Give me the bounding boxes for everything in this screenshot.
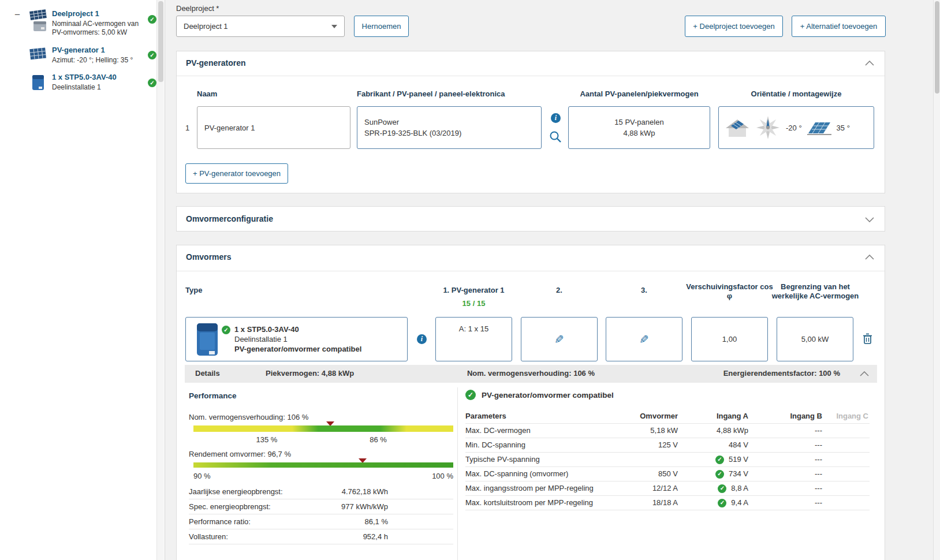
collapse-chevron-up-icon bbox=[860, 371, 869, 376]
valid-check-icon: ✓ bbox=[148, 79, 156, 87]
ac-limit-box[interactable]: 5,00 kW bbox=[777, 317, 853, 361]
stat-row: Vollasturen: 952,4 h bbox=[189, 529, 453, 544]
add-subproject-button[interactable]: + Deelproject toevoegen bbox=[685, 16, 783, 37]
sidebar-item-inverter[interactable]: 1 x STP5.0-3AV-40 Deelinstallatie 1 bbox=[27, 73, 158, 92]
collapse-chevron-up-icon[interactable] bbox=[865, 255, 874, 260]
delete-trash-icon[interactable] bbox=[863, 333, 872, 345]
param-a: 484 V bbox=[729, 438, 748, 452]
sidebar-item-title: 1 x STP5.0-3AV-40 bbox=[52, 73, 158, 81]
col-header-gen1: 1. PV-generator 1 bbox=[435, 286, 512, 294]
param-b: --- bbox=[748, 496, 822, 510]
azimuth-value: -20 ° bbox=[786, 124, 802, 132]
param-omvormer: 5,18 kW bbox=[614, 424, 678, 438]
sidebar-scrollbar[interactable] bbox=[156, 0, 164, 560]
column-divider bbox=[457, 387, 458, 560]
stat-value: 86,1 % bbox=[319, 514, 388, 529]
inverter-config-panel[interactable]: Omvormerconfiguratie bbox=[176, 206, 885, 232]
param-b: --- bbox=[748, 438, 822, 452]
cos-phi-box[interactable]: 1,00 bbox=[691, 317, 768, 361]
param-b: --- bbox=[748, 453, 822, 466]
panel-select-box[interactable]: SunPower SPR-P19-325-BLK (03/2019) bbox=[357, 106, 542, 149]
row-check-icon: ✓ bbox=[715, 470, 724, 479]
performance-title: Performance bbox=[189, 391, 237, 400]
assignment-2-box[interactable]: ✎ bbox=[521, 317, 598, 361]
stat-label: Performance ratio: bbox=[189, 514, 319, 529]
project-tree-sidebar: − Deelproject 1 Nominaal AC-vermogen van… bbox=[0, 0, 165, 560]
collapse-chevron-down-icon[interactable] bbox=[865, 217, 874, 222]
add-alternative-button[interactable]: + Alternatief toevoegen bbox=[792, 16, 886, 37]
parameters-table: Parameters Omvormer Ingang A Ingang B In… bbox=[465, 409, 870, 510]
panel-title: PV-generatoren bbox=[186, 58, 245, 68]
row-check-icon: ✓ bbox=[718, 499, 726, 507]
stat-value: 977 kWh/kWp bbox=[319, 499, 388, 514]
col-omvormer: Omvormer bbox=[614, 409, 678, 423]
col-header-orientation: Oriëntatie / montagewijze bbox=[718, 89, 874, 98]
ratio-bar bbox=[193, 425, 453, 432]
sidebar-item-subtitle: Nominaal AC-vermogen van PV-omvormers: 5… bbox=[52, 20, 144, 37]
rename-button[interactable]: Hernoemen bbox=[354, 16, 409, 37]
tree-collapse-toggle[interactable]: − bbox=[13, 10, 22, 20]
col-header-panel: Fabrikant / PV-paneel / paneel-elektroni… bbox=[357, 89, 505, 98]
efficiency-bar bbox=[193, 462, 453, 468]
deelproject-label: Deelproject * bbox=[176, 4, 219, 13]
tilt-value: 35 ° bbox=[837, 124, 850, 132]
table-row: Max. ingangsstroom per MPP-regeling 12/1… bbox=[465, 481, 870, 496]
compat-status-text: PV-generator/omvormer compatibel bbox=[482, 391, 614, 400]
sidebar-item-subtitle: Azimut: -20 °; Helling: 35 ° bbox=[52, 56, 162, 65]
tilt-icon bbox=[807, 119, 831, 136]
sidebar-item-pv-generator[interactable]: PV-generator 1 Azimut: -20 °; Helling: 3… bbox=[27, 46, 158, 65]
param-label: Max. ingangsstroom per MPP-regeling bbox=[465, 481, 614, 495]
param-b: --- bbox=[748, 467, 822, 481]
assignment-a-value: A: 1 x 15 bbox=[459, 324, 488, 333]
edit-pencil-icon: ✎ bbox=[639, 333, 649, 346]
panel-count: 15 PV-panelen bbox=[614, 117, 663, 128]
inverter-icon bbox=[31, 74, 46, 92]
valid-check-icon: ✓ bbox=[148, 51, 156, 59]
col-header-name: Naam bbox=[197, 89, 217, 98]
sidebar-item-title: Deelproject 1 bbox=[52, 9, 158, 18]
app-window: − Deelproject 1 Nominaal AC-vermogen van… bbox=[0, 0, 940, 560]
valid-check-icon: ✓ bbox=[222, 326, 230, 334]
inverter-type-box[interactable]: ✓ 1 x STP5.0-3AV-40 Deelinstallatie 1 PV… bbox=[185, 317, 408, 361]
panel-count-box[interactable]: 15 PV-panelen 4,88 kWp bbox=[568, 106, 710, 149]
inverter-info-icon[interactable]: i bbox=[417, 334, 427, 344]
panel-search-icon[interactable] bbox=[549, 130, 562, 143]
add-pv-generator-button[interactable]: + PV-generator toevoegen bbox=[185, 163, 288, 184]
stat-label: Spec. energieopbrengst: bbox=[189, 499, 319, 514]
table-row: Max. kortsluitstroom per MPP-regeling 18… bbox=[465, 496, 870, 510]
panel-info-icon[interactable]: i bbox=[551, 113, 561, 123]
generator-name-input[interactable]: PV-generator 1 bbox=[197, 106, 350, 149]
stat-label: Jaarlijkse energieopbrengst: bbox=[189, 484, 319, 499]
deelproject-select[interactable]: Deelproject 1 bbox=[176, 16, 345, 37]
ratio-right-label: 86 % bbox=[357, 435, 399, 444]
subproject-icon bbox=[29, 9, 50, 32]
param-label: Min. DC-spanning bbox=[465, 438, 614, 452]
window-scrollbar[interactable] bbox=[933, 0, 940, 560]
row-index: 1 bbox=[185, 124, 189, 132]
assignment-3-box[interactable]: ✎ bbox=[606, 317, 682, 361]
stat-row: Spec. energieopbrengst: 977 kWh/kWp bbox=[189, 499, 453, 514]
col-header-2: 2. bbox=[521, 286, 598, 294]
stat-value: 952,4 h bbox=[319, 529, 388, 544]
stat-row: Jaarlijkse energieopbrengst: 4.762,18 kW… bbox=[189, 484, 453, 499]
param-a: 4,88 kWp bbox=[717, 424, 748, 438]
ratio-label: Nom. vermogensverhouding: 106 % bbox=[189, 413, 308, 421]
inverter-photo bbox=[195, 322, 219, 357]
assignment-a-box[interactable]: A: 1 x 15 bbox=[435, 317, 512, 361]
param-a: 734 V bbox=[729, 467, 748, 481]
ac-limit-value: 5,00 kW bbox=[801, 335, 829, 344]
sidebar-item-deelproject[interactable]: Deelproject 1 Nominaal AC-vermogen van P… bbox=[27, 9, 158, 37]
house-icon bbox=[725, 117, 750, 139]
param-a: 519 V bbox=[729, 453, 748, 466]
row-check-icon: ✓ bbox=[718, 484, 726, 493]
param-b: --- bbox=[748, 481, 822, 495]
stat-value: 4.762,18 kWh bbox=[319, 484, 388, 499]
collapse-chevron-up-icon[interactable] bbox=[865, 61, 874, 66]
param-omvormer: 18/18 A bbox=[614, 496, 678, 510]
param-omvormer: 850 V bbox=[614, 467, 678, 481]
deelproject-select-value: Deelproject 1 bbox=[184, 22, 331, 31]
table-row: Max. DC-spanning (omvormer) 850 V ✓734 V… bbox=[465, 467, 870, 481]
table-row: Min. DC-spanning 125 V 484 V --- bbox=[465, 438, 870, 453]
details-expander-bar[interactable]: Details Piekvermogen: 4,88 kWp Nom. verm… bbox=[185, 365, 877, 383]
orientation-box[interactable]: -20 ° 35 ° bbox=[718, 106, 874, 149]
